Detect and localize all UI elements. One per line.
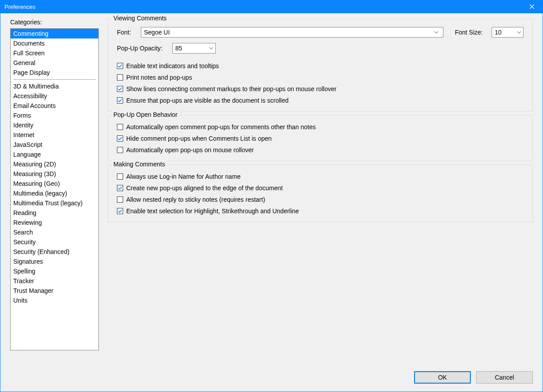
checkbox[interactable]	[117, 173, 123, 180]
category-item[interactable]: Multimedia Trust (legacy)	[11, 198, 98, 208]
checkbox-row[interactable]: Show lines connecting comment markups to…	[117, 85, 524, 92]
checkbox-row[interactable]: Enable text selection for Highlight, Str…	[117, 208, 524, 215]
cancel-button[interactable]: Cancel	[476, 371, 533, 384]
font-label: Font:	[117, 29, 136, 36]
checkbox-label: Automatically open comment pop-ups for c…	[126, 123, 316, 131]
font-size-combo[interactable]: 10	[492, 27, 524, 38]
sidebar: Categories: CommentingDocumentsFull Scre…	[10, 19, 99, 366]
checkbox[interactable]	[117, 135, 123, 142]
checkbox-label: Ensure that pop-ups are visible as the d…	[126, 97, 289, 104]
checkbox-label: Print notes and pop-ups	[126, 74, 192, 81]
checkbox[interactable]	[117, 86, 123, 92]
checkbox[interactable]	[117, 196, 123, 203]
categories-label: Categories:	[10, 19, 99, 26]
category-item[interactable]: Reading	[11, 208, 98, 218]
checkbox-row[interactable]: Automatically open pop-ups on mouse roll…	[117, 146, 524, 154]
category-item[interactable]: Page Display	[11, 68, 98, 77]
checkbox-label: Create new pop-ups aligned to the edge o…	[126, 184, 283, 192]
category-item[interactable]: Spelling	[11, 266, 98, 276]
category-item[interactable]: Measuring (2D)	[11, 159, 98, 169]
main-panel: Viewing Comments Font: Segoe UI Font Siz…	[108, 19, 533, 366]
checkbox-row[interactable]: Always use Log-in Name for Author name	[117, 173, 524, 180]
category-list[interactable]: CommentingDocumentsFull ScreenGeneralPag…	[10, 28, 99, 350]
category-item[interactable]: Full Screen	[11, 48, 98, 58]
close-icon[interactable]	[525, 3, 539, 11]
category-item[interactable]: Documents	[11, 38, 98, 48]
checkbox-row[interactable]: Automatically open comment pop-ups for c…	[117, 123, 524, 131]
checkbox-row[interactable]: Enable text indicators and tooltips	[117, 62, 524, 69]
chevron-down-icon	[515, 27, 523, 37]
making-comments-group: Making Comments Always use Log-in Name f…	[108, 165, 533, 222]
viewing-comments-group: Viewing Comments Font: Segoe UI Font Siz…	[108, 19, 533, 111]
category-item[interactable]: Accessibility	[11, 91, 98, 101]
opacity-combo[interactable]: 85	[172, 43, 216, 54]
checkbox[interactable]	[117, 185, 123, 191]
group-title: Pop-Up Open Behavior	[112, 111, 179, 118]
category-item[interactable]: Internet	[11, 130, 98, 140]
font-value: Segoe UI	[144, 29, 432, 36]
category-item[interactable]: General	[11, 58, 98, 68]
font-size-label: Font Size:	[455, 29, 483, 36]
checkbox-row[interactable]: Ensure that pop-ups are visible as the d…	[117, 97, 524, 104]
opacity-value: 85	[175, 45, 207, 52]
window-title: Preferences	[4, 4, 525, 10]
divider	[13, 79, 96, 80]
category-item[interactable]: Language	[11, 150, 98, 159]
group-title: Making Comments	[112, 161, 167, 168]
checkbox[interactable]	[117, 208, 123, 214]
checkbox[interactable]	[117, 97, 123, 104]
checkbox-label: Allow nested reply to sticky notes (requ…	[126, 196, 265, 203]
category-item[interactable]: Multimedia (legacy)	[11, 188, 98, 198]
category-item[interactable]: Trust Manager	[11, 286, 98, 296]
checkbox-label: Hide comment pop-ups when Comments List …	[126, 135, 272, 142]
category-item[interactable]: Email Accounts	[11, 101, 98, 111]
font-size-value: 10	[495, 29, 515, 36]
footer: OK Cancel	[10, 371, 533, 384]
font-combo[interactable]: Segoe UI	[141, 27, 443, 38]
category-item[interactable]: Commenting	[11, 29, 98, 38]
category-item[interactable]: Reviewing	[11, 218, 98, 227]
category-item[interactable]: Signatures	[11, 257, 98, 266]
checkbox-label: Always use Log-in Name for Author name	[126, 173, 240, 180]
dialog-body: Categories: CommentingDocumentsFull Scre…	[0, 13, 543, 392]
chevron-down-icon	[207, 43, 215, 53]
checkbox-label: Enable text indicators and tooltips	[126, 62, 219, 69]
category-item[interactable]: Forms	[11, 111, 98, 120]
checkbox[interactable]	[117, 74, 123, 81]
opacity-label: Pop-Up Opacity:	[117, 45, 163, 52]
category-item[interactable]: Identity	[11, 120, 98, 130]
category-item[interactable]: Search	[11, 227, 98, 237]
category-item[interactable]: 3D & Multimedia	[11, 81, 98, 91]
checkbox-label: Show lines connecting comment markups to…	[126, 85, 337, 92]
category-item[interactable]: Units	[11, 296, 98, 305]
checkbox[interactable]	[117, 147, 123, 153]
chevron-down-icon	[432, 27, 440, 37]
category-item[interactable]: Measuring (3D)	[11, 169, 98, 179]
checkbox-row[interactable]: Create new pop-ups aligned to the edge o…	[117, 184, 524, 192]
checkbox[interactable]	[117, 124, 123, 130]
checkbox-row[interactable]: Print notes and pop-ups	[117, 74, 524, 81]
titlebar: Preferences	[0, 0, 543, 13]
checkbox[interactable]	[117, 63, 123, 69]
popup-behavior-group: Pop-Up Open Behavior Automatically open …	[108, 115, 533, 161]
category-item[interactable]: Security	[11, 237, 98, 247]
checkbox-row[interactable]: Hide comment pop-ups when Comments List …	[117, 135, 524, 142]
category-item[interactable]: Measuring (Geo)	[11, 179, 98, 188]
checkbox-label: Enable text selection for Highlight, Str…	[126, 208, 299, 215]
category-item[interactable]: Security (Enhanced)	[11, 247, 98, 257]
checkbox-row[interactable]: Allow nested reply to sticky notes (requ…	[117, 196, 524, 203]
category-item[interactable]: JavaScript	[11, 140, 98, 150]
group-title: Viewing Comments	[112, 15, 168, 22]
ok-button[interactable]: OK	[414, 371, 471, 384]
category-item[interactable]: Tracker	[11, 276, 98, 286]
checkbox-label: Automatically open pop-ups on mouse roll…	[126, 146, 254, 154]
